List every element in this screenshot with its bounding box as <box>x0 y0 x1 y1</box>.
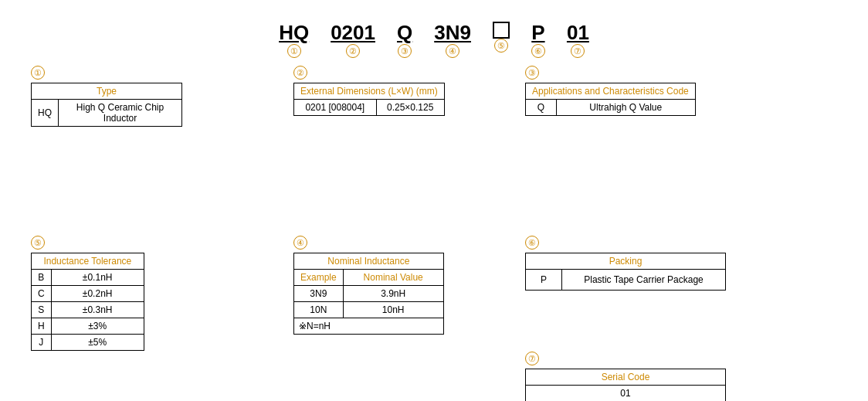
section4-col-header2: Nominal Value <box>343 269 443 285</box>
section3-header: Applications and Characteristics Code <box>526 83 696 99</box>
pn-0201-circle: ② <box>346 44 360 58</box>
pn-square: ⑤ <box>493 22 510 53</box>
section4-row1-col2: 3.9nH <box>343 285 443 301</box>
section4-nominal: ④ Nominal Inductance Example Nominal Val… <box>293 236 444 335</box>
section1-type: ① Type HQ High Q Ceramic Chip Inductor <box>31 66 182 127</box>
section7-row1-col1: 01 <box>526 385 726 401</box>
pn-0201: 0201 ② <box>331 22 375 58</box>
section2-row1-col2: 0.25×0.125 <box>376 99 444 115</box>
section5-row1-col2: ±0.1nH <box>51 269 144 285</box>
pn-01: 01 ⑦ <box>567 22 589 58</box>
section1-header: Type <box>32 83 182 99</box>
section4-label: ④ <box>293 236 307 250</box>
section4-note: ※N=nH <box>294 318 444 334</box>
section3-row1-col1: Q <box>526 99 557 115</box>
main-content: ① Type HQ High Q Ceramic Chip Inductor ②… <box>0 66 868 375</box>
pn-q-text: Q <box>397 22 412 44</box>
pn-hq: HQ ① <box>279 22 309 58</box>
section3-row1-col2: Ultrahigh Q Value <box>556 99 695 115</box>
section4-row2-col2: 10nH <box>343 301 443 318</box>
section6-table: Packing P Plastic Tape Carrier Package <box>525 253 726 291</box>
section5-row4-col2: ±3% <box>51 318 144 334</box>
section4-table: Nominal Inductance Example Nominal Value… <box>293 253 444 335</box>
section5-table: Inductance Tolerance B ±0.1nH C ±0.2nH S… <box>31 253 144 351</box>
section2-row1-col1: 0201 [008004] <box>294 99 377 115</box>
section4-row2-col1: 10N <box>294 301 344 318</box>
section6-row1-col1: P <box>526 269 562 290</box>
section6-packing: ⑥ Packing P Plastic Tape Carrier Package <box>525 236 726 291</box>
section7-table: Serial Code 01 <box>525 369 726 401</box>
section6-row1-col2: Plastic Tape Carrier Package <box>562 269 726 290</box>
section5-row1-col1: B <box>32 269 52 285</box>
pn-p-circle: ⑥ <box>531 44 545 58</box>
pn-q-circle: ③ <box>398 44 412 58</box>
pn-q: Q ③ <box>397 22 412 58</box>
section7-label: ⑦ <box>525 352 539 365</box>
section3-label: ③ <box>525 66 539 80</box>
pn-3n9: 3N9 ④ <box>434 22 471 58</box>
pn-01-text: 01 <box>567 22 589 44</box>
section7-header: Serial Code <box>526 369 726 385</box>
section5-row5-col2: ±5% <box>51 334 144 350</box>
pn-3n9-text: 3N9 <box>434 22 471 44</box>
pn-p-text: P <box>531 22 544 44</box>
section2-header: External Dimensions (L×W) (mm) <box>294 83 445 99</box>
section5-label: ⑤ <box>31 236 45 250</box>
pn-hq-text: HQ <box>279 22 309 44</box>
pn-3n9-circle: ④ <box>446 44 459 58</box>
section5-header: Inductance Tolerance <box>32 253 144 269</box>
pn-square-text <box>493 22 510 39</box>
section1-row1-col1: HQ <box>32 99 59 126</box>
section4-row1-col1: 3N9 <box>294 285 344 301</box>
section1-label: ① <box>31 66 45 80</box>
section7-serial: ⑦ Serial Code 01 <box>525 352 726 401</box>
section5-row3-col2: ±0.3nH <box>51 301 144 318</box>
section1-row1-col2: High Q Ceramic Chip Inductor <box>59 99 182 126</box>
section5-row4-col1: H <box>32 318 52 334</box>
section4-col-header1: Example <box>294 269 344 285</box>
pn-0201-text: 0201 <box>331 22 375 44</box>
section6-label: ⑥ <box>525 236 539 250</box>
section3-applications: ③ Applications and Characteristics Code … <box>525 66 696 116</box>
section3-table: Applications and Characteristics Code Q … <box>525 83 696 116</box>
pn-square-circle: ⑤ <box>494 39 508 53</box>
section5-tolerance: ⑤ Inductance Tolerance B ±0.1nH C ±0.2nH… <box>31 236 144 351</box>
section6-header: Packing <box>526 253 726 269</box>
section1-table: Type HQ High Q Ceramic Chip Inductor <box>31 83 182 127</box>
section2-label: ② <box>293 66 307 80</box>
section4-header: Nominal Inductance <box>294 253 444 269</box>
part-number-section: HQ ① 0201 ② Q ③ 3N9 ④ ⑤ P ⑥ 01 ⑦ <box>0 0 868 58</box>
pn-hq-circle: ① <box>287 44 301 58</box>
section2-dimensions: ② External Dimensions (L×W) (mm) 0201 [0… <box>293 66 445 116</box>
section5-row3-col1: S <box>32 301 52 318</box>
section5-row2-col2: ±0.2nH <box>51 285 144 301</box>
pn-p: P ⑥ <box>531 22 545 58</box>
section2-table: External Dimensions (L×W) (mm) 0201 [008… <box>293 83 445 116</box>
pn-01-circle: ⑦ <box>571 44 585 58</box>
section5-row5-col1: J <box>32 334 52 350</box>
section5-row2-col1: C <box>32 285 52 301</box>
